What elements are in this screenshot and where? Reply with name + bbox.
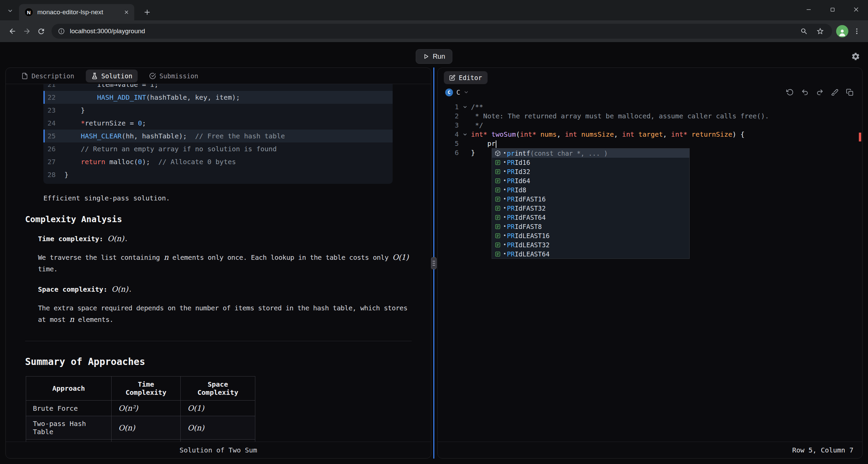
- suggest-item[interactable]: •PRIdLEAST32: [492, 240, 689, 249]
- suggest-item-label: printf: [507, 150, 530, 157]
- suggest-item[interactable]: •PRIdFAST16: [492, 194, 689, 204]
- line-number: 28: [45, 168, 64, 181]
- redo-button[interactable]: [816, 89, 824, 96]
- suggest-rest-text: IdFAST32: [515, 205, 546, 212]
- suggest-item[interactable]: •PRIdLEAST64: [492, 249, 689, 258]
- chevron-down-icon[interactable]: [463, 90, 469, 95]
- check-circle-icon: [149, 73, 156, 79]
- fold-gutter: [459, 121, 471, 130]
- solution-content[interactable]: 21 item→value = i;22 HASH_ADD_INT(hashTa…: [6, 84, 431, 442]
- run-button[interactable]: Run: [416, 49, 452, 64]
- complexity-cell: O(n): [112, 440, 181, 442]
- suggest-item-bullet: •: [503, 233, 506, 239]
- complexity-cell: O(n): [181, 440, 255, 442]
- suggest-item[interactable]: •PRIdFAST32: [492, 204, 689, 213]
- suggest-item[interactable]: •PRId16: [492, 158, 689, 167]
- editor-tab[interactable]: Editor: [444, 71, 488, 84]
- copy-code-button[interactable]: [846, 89, 853, 96]
- window-maximize-button[interactable]: [821, 0, 844, 19]
- editor-code-line[interactable]: 2 * Note: The returned array must be mal…: [438, 112, 862, 121]
- copy-icon: [846, 89, 853, 96]
- suggest-item-bullet: •: [503, 214, 506, 220]
- line-number: 22: [45, 91, 64, 104]
- suggest-item-bullet: •: [503, 169, 506, 175]
- text-cursor: [496, 140, 496, 148]
- playground-page: Run Description Solution: [0, 42, 868, 464]
- suggest-item[interactable]: •printf(const char *, ... ): [492, 149, 689, 158]
- math-expression: O(1): [392, 253, 408, 262]
- play-icon: [423, 53, 429, 60]
- kebab-menu-icon: [853, 27, 861, 35]
- code-token: /**: [471, 103, 483, 111]
- suggest-item[interactable]: •PRId32: [492, 167, 689, 176]
- editor-code-line[interactable]: 1/**: [438, 102, 862, 112]
- fold-gutter: [459, 112, 471, 121]
- line-number: 3: [438, 121, 459, 130]
- table-row: Brute ForceO(n²)O(1): [26, 401, 255, 416]
- window-minimize-button[interactable]: [797, 0, 821, 19]
- code-token: ;: [142, 119, 146, 127]
- reload-button[interactable]: [34, 24, 48, 38]
- tab-solution[interactable]: Solution: [86, 70, 138, 82]
- error-overview-marker: [859, 133, 861, 141]
- tab-search-button[interactable]: [5, 6, 15, 16]
- code-token: [577, 130, 581, 138]
- code-token: pr: [471, 139, 495, 148]
- bookmark-star-icon[interactable]: [814, 25, 826, 37]
- code-token: *: [81, 119, 85, 127]
- code-text: *returnSize = 0;: [64, 117, 146, 130]
- address-bar[interactable]: localhost:3000/playground: [52, 24, 832, 39]
- language-select-value[interactable]: C: [456, 89, 460, 96]
- complexity-heading: Complexity Analysis: [25, 214, 417, 224]
- format-code-button[interactable]: [831, 89, 839, 96]
- new-tab-button[interactable]: [140, 5, 154, 19]
- complexity-cell: O(n): [112, 416, 181, 440]
- forward-button[interactable]: [20, 24, 34, 38]
- code-token: [64, 119, 81, 127]
- code-token: }: [471, 149, 475, 157]
- code-token: returnSize: [691, 130, 732, 138]
- site-info-icon[interactable]: [58, 27, 65, 35]
- table-header-row: ApproachTime ComplexitySpace Complexity: [26, 376, 255, 401]
- zoom-icon[interactable]: [798, 25, 810, 37]
- person-icon: [838, 28, 847, 37]
- window-close-button[interactable]: [844, 0, 868, 19]
- suggest-item-label: PRIdLEAST16: [507, 232, 550, 239]
- redo-icon: [816, 89, 824, 96]
- url-text[interactable]: localhost:3000/playground: [70, 27, 145, 35]
- suggest-item-label: PRId32: [507, 168, 530, 175]
- suggest-item[interactable]: •PRId64: [492, 176, 689, 185]
- editor-actions: [786, 89, 853, 96]
- editor-code-line[interactable]: 3 */: [438, 121, 862, 130]
- code-editor[interactable]: 1/**2 * Note: The returned array must be…: [438, 100, 862, 442]
- suggest-item[interactable]: •PRIdFAST64: [492, 213, 689, 222]
- tab-submission[interactable]: Submission: [144, 70, 203, 82]
- cursor-position-status: Row 5, Column 7: [792, 446, 853, 454]
- suggest-item-bullet: •: [503, 196, 506, 202]
- profile-avatar[interactable]: [836, 25, 848, 37]
- suggest-item[interactable]: •PRIdFAST8: [492, 222, 689, 231]
- line-number: 5: [438, 139, 459, 148]
- solution-code-line: 23 }: [43, 104, 393, 117]
- tab-description[interactable]: Description: [16, 70, 80, 82]
- suggest-item-bullet: •: [503, 224, 506, 230]
- back-button[interactable]: [5, 24, 20, 38]
- undo-button[interactable]: [801, 89, 809, 96]
- suggest-item[interactable]: •PRId8: [492, 185, 689, 194]
- line-number: 4: [438, 130, 459, 139]
- suggest-match-text: PR: [507, 195, 515, 203]
- tab-close-icon[interactable]: [122, 8, 131, 17]
- time-complexity-description: We traverse the list containing n elemen…: [38, 252, 417, 275]
- fold-icon[interactable]: [459, 102, 471, 112]
- text-run: elements.: [74, 315, 113, 324]
- browser-menu-button[interactable]: [850, 25, 863, 38]
- panel-resize-handle[interactable]: [431, 257, 437, 269]
- settings-button[interactable]: [850, 51, 861, 62]
- reset-code-button[interactable]: [786, 89, 794, 96]
- editor-code-line[interactable]: 4int* twoSum(int* nums, int numsSize, in…: [438, 130, 862, 139]
- suggest-item[interactable]: •PRIdLEAST16: [492, 231, 689, 240]
- browser-tab[interactable]: N monaco-editor-lsp-next: [19, 4, 134, 20]
- fold-icon[interactable]: [459, 130, 471, 139]
- editor-code-line[interactable]: 5 pr: [438, 139, 862, 148]
- solution-note: Efficient single-pass solution.: [43, 194, 417, 202]
